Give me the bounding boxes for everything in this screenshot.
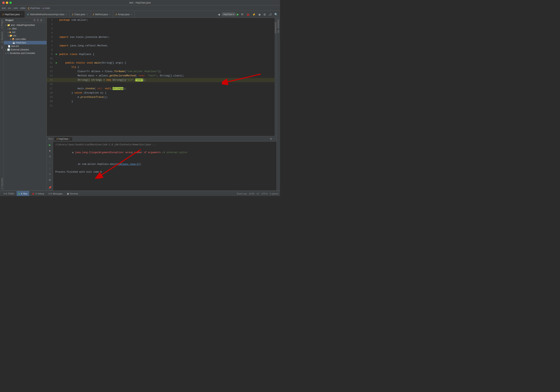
run-play-button[interactable]: ▶ bbox=[48, 142, 52, 147]
todo-tab[interactable]: ≡ 6: TODO bbox=[1, 191, 16, 196]
project-panel-title: Project bbox=[5, 19, 33, 22]
tree-item-test[interactable]: ▾ 📁 test ~/IdeaProjects/test bbox=[4, 23, 47, 27]
wrap-button[interactable]: ≡ bbox=[48, 172, 52, 176]
build-button[interactable]: ⚒ bbox=[240, 12, 244, 16]
expand-icon: ▸ bbox=[5, 49, 6, 51]
java-file-icon: ☕ bbox=[12, 41, 15, 44]
breadcrumb-main[interactable]: m main bbox=[42, 7, 50, 10]
tree-label: src bbox=[13, 34, 16, 37]
sidebar-item-favorites[interactable]: 2: Favorites bbox=[0, 176, 3, 191]
run-rerun-button[interactable]: ↺ bbox=[48, 154, 52, 159]
line-ending-display: LF bbox=[257, 193, 259, 195]
coverage-button[interactable]: ◉ bbox=[258, 12, 261, 16]
back-button[interactable]: ◀ bbox=[217, 12, 221, 16]
tab-close-icon[interactable]: × bbox=[131, 13, 132, 15]
code-lines: 1 package com.miller; 2 3 bbox=[47, 18, 277, 108]
terminal-tab[interactable]: ▣ Terminal bbox=[65, 191, 80, 196]
art-panel-tab[interactable]: Art bbox=[277, 29, 280, 34]
database-panel-tab[interactable]: Database bbox=[277, 19, 280, 29]
run-tab-label: HspClass bbox=[58, 137, 68, 140]
tree-label: com.miller bbox=[15, 38, 26, 40]
window-controls[interactable] bbox=[2, 1, 12, 4]
terminal-icon: ▣ bbox=[67, 192, 69, 195]
run-output-line-1: /Library/Java/JavaVirtualMachines/jdk-1.… bbox=[55, 143, 274, 147]
run-stop-button[interactable]: ■ bbox=[48, 148, 52, 153]
search-button[interactable]: 🔍 bbox=[274, 12, 279, 16]
close-button[interactable] bbox=[2, 1, 5, 4]
minimize-icon[interactable]: − bbox=[273, 137, 275, 140]
breadcrumb-hspclass[interactable]: C̲ HspClass bbox=[28, 7, 40, 10]
tab-method[interactable]: J Method.java × bbox=[90, 11, 113, 18]
scroll-up-button[interactable]: ↑ bbox=[48, 160, 52, 165]
tab-close-icon[interactable]: × bbox=[87, 13, 88, 15]
tree-item-idea[interactable]: ▸ ▸ .idea bbox=[4, 27, 47, 30]
code-line-20: 20 } bbox=[47, 99, 277, 104]
code-line-6: 6 bbox=[47, 39, 277, 44]
tab-close-icon[interactable]: × bbox=[109, 13, 110, 15]
todo-icon: ≡ bbox=[3, 192, 5, 195]
run-output-line-2: ◉ java.lang.IllegalArgumentException: wr… bbox=[55, 147, 274, 158]
code-line-14: 14 Method main = aClass.getDeclaredMetho… bbox=[47, 74, 277, 78]
git-button[interactable]: ⎇ bbox=[268, 12, 272, 16]
tab-arrays[interactable]: J Arrays.java × bbox=[113, 11, 135, 18]
breadcrumb-test[interactable]: test bbox=[2, 7, 6, 10]
debug-button[interactable]: 🐞 bbox=[245, 12, 250, 16]
settings-icon[interactable]: ⊞ bbox=[40, 19, 42, 22]
tab-class[interactable]: J Class.java × bbox=[70, 11, 90, 18]
pin-button[interactable]: 📌 bbox=[48, 185, 52, 190]
tree-item-test-iml[interactable]: 📄 test.iml bbox=[4, 44, 47, 48]
sort-icon[interactable]: ⇅ bbox=[37, 19, 39, 22]
tree-item-scratches[interactable]: ▸ ✎ Scratches and Consoles bbox=[4, 51, 47, 55]
sidebar-item-structure[interactable]: Z: Structure bbox=[0, 30, 3, 44]
sidebar-item-project[interactable]: 1: Project bbox=[0, 18, 3, 30]
run-bottom-tab[interactable]: ▶ 4: Run bbox=[17, 191, 29, 196]
breadcrumb-com[interactable]: com bbox=[13, 7, 18, 10]
run-bottom-label: 4: Run bbox=[21, 193, 27, 195]
tab-close-icon[interactable]: × bbox=[21, 13, 22, 15]
code-editor[interactable]: 1 package com.miller; 2 3 bbox=[47, 18, 277, 136]
tree-item-external-libraries[interactable]: ▸ 📊 External Libraries bbox=[4, 48, 47, 51]
folder-src-icon: 📂 bbox=[10, 34, 12, 37]
run-tab-hspclass[interactable]: J HspClass × bbox=[54, 137, 72, 141]
event-log-link[interactable]: Event Log bbox=[237, 193, 247, 195]
expand-icon: ▾ bbox=[5, 24, 6, 26]
scroll-down-button[interactable]: ↓ bbox=[48, 166, 52, 170]
settings-icon[interactable]: ⚙ bbox=[270, 137, 272, 140]
layout-button[interactable]: ⊞ bbox=[263, 12, 267, 16]
minimize-button[interactable] bbox=[6, 1, 8, 4]
profile-button[interactable]: ⚡ bbox=[251, 12, 256, 16]
tree-item-hspclass[interactable]: ☕ HspClass bbox=[4, 41, 47, 44]
tab-close-icon[interactable]: × bbox=[66, 13, 67, 15]
scrollbar-thumb[interactable] bbox=[275, 22, 276, 33]
code-line-2: 2 bbox=[47, 22, 277, 27]
java-file-icon: J bbox=[115, 13, 117, 16]
run-tab-icon: J bbox=[56, 138, 58, 140]
code-line-7: 7 import java.lang.reflect.Method; bbox=[47, 44, 277, 48]
class-selector[interactable]: HspClass ▾ bbox=[222, 12, 236, 16]
tree-item-com-miller[interactable]: ▾ 📦 com.miller bbox=[4, 37, 47, 41]
tree-item-src[interactable]: ▾ 📂 src bbox=[4, 34, 47, 37]
code-line-4: 4 bbox=[47, 31, 277, 35]
tab-nativemethodaccessorimpl[interactable]: C NativeMethodAccessorImpl.class × bbox=[25, 11, 70, 18]
run-tab-close[interactable]: × bbox=[69, 138, 70, 140]
indent-display: 4 spaces bbox=[270, 193, 279, 195]
sidebar-item-art[interactable]: Art bbox=[0, 44, 3, 50]
tab-hspclass[interactable]: J HspClass.java × bbox=[0, 11, 25, 18]
layout-button[interactable]: ⊞ bbox=[48, 177, 52, 182]
editor-scrollbar[interactable] bbox=[275, 18, 277, 136]
messages-tab[interactable]: ≡ 0: Messages bbox=[46, 191, 65, 196]
tree-item-out[interactable]: ▸ ▶ out bbox=[4, 30, 47, 34]
expand-icon: ▸ bbox=[5, 52, 6, 54]
breadcrumb-src[interactable]: src bbox=[8, 7, 11, 10]
close-panel-icon[interactable]: − bbox=[43, 19, 45, 22]
debug-tab[interactable]: 🐞 5: Debug bbox=[30, 191, 46, 196]
maximize-button[interactable] bbox=[9, 1, 12, 4]
run-sidebar: ▶ ■ ↺ ↑ ↓ ≡ ⊞ 📌 bbox=[47, 142, 53, 191]
library-icon: 📊 bbox=[7, 49, 10, 51]
terminal-label: Terminal bbox=[70, 193, 78, 195]
stack-trace-link[interactable]: HspClass.java:17 bbox=[117, 163, 140, 166]
gear-icon[interactable]: ⚙ bbox=[33, 19, 36, 22]
class-file-icon: C bbox=[27, 13, 29, 16]
breadcrumb-miller[interactable]: miller bbox=[20, 7, 26, 10]
run-button[interactable]: ▶ bbox=[237, 12, 239, 16]
